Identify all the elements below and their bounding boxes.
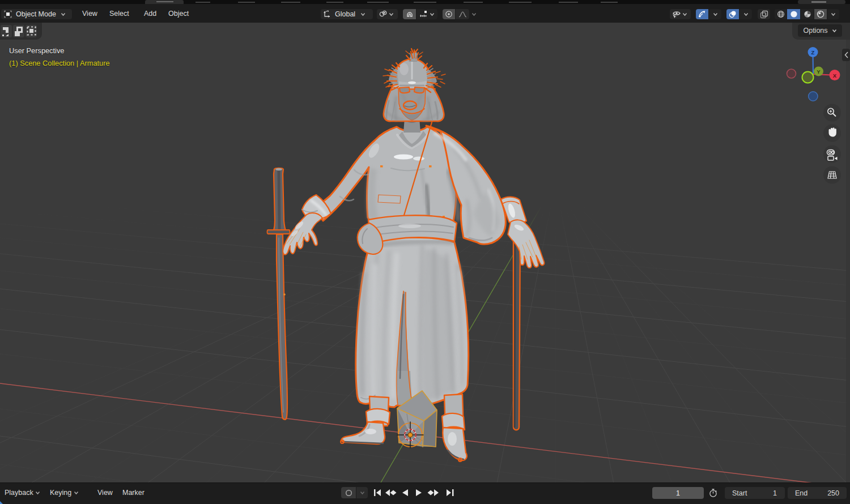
- svg-text:Z: Z: [811, 49, 815, 55]
- svg-text:Y: Y: [817, 69, 821, 75]
- svg-text:X: X: [833, 72, 837, 79]
